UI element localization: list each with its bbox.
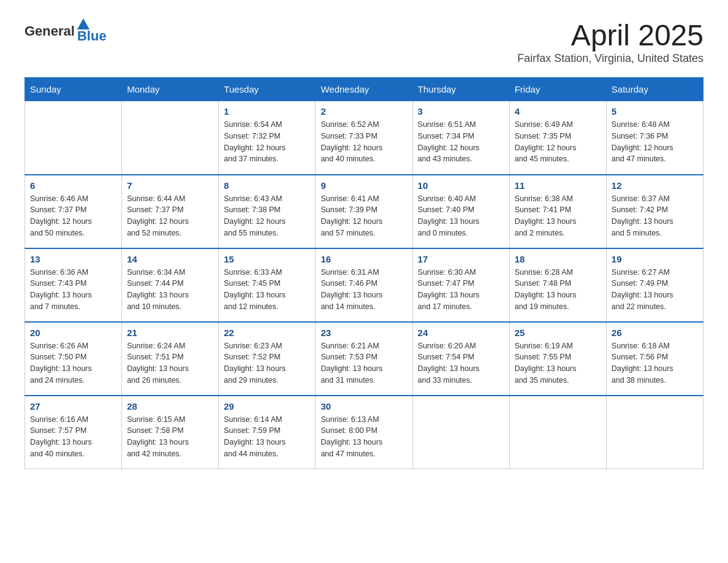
calendar-cell: 5Sunrise: 6:48 AMSunset: 7:36 PMDaylight…: [606, 101, 703, 175]
day-info: Sunrise: 6:23 AMSunset: 7:52 PMDaylight:…: [224, 340, 310, 386]
day-number: 30: [320, 401, 407, 412]
day-number: 6: [30, 180, 116, 191]
logo-general: General: [25, 23, 75, 39]
day-number: 4: [515, 106, 601, 117]
day-info: Sunrise: 6:30 AMSunset: 7:47 PMDaylight:…: [418, 267, 504, 313]
calendar-cell: [606, 396, 703, 469]
day-number: 26: [612, 327, 698, 338]
day-info: Sunrise: 6:16 AMSunset: 7:57 PMDaylight:…: [30, 414, 116, 460]
calendar-cell: 25Sunrise: 6:19 AMSunset: 7:55 PMDayligh…: [509, 322, 606, 396]
day-number: 10: [418, 180, 504, 191]
day-number: 2: [320, 106, 407, 117]
logo: General Blue: [25, 18, 107, 44]
col-header-friday: Friday: [509, 78, 606, 101]
day-info: Sunrise: 6:24 AMSunset: 7:51 PMDaylight:…: [127, 340, 213, 386]
day-number: 3: [418, 106, 504, 117]
day-number: 1: [224, 106, 310, 117]
day-info: Sunrise: 6:40 AMSunset: 7:40 PMDaylight:…: [418, 193, 504, 239]
day-info: Sunrise: 6:27 AMSunset: 7:49 PMDaylight:…: [612, 267, 698, 313]
col-header-monday: Monday: [122, 78, 219, 101]
calendar-cell: 18Sunrise: 6:28 AMSunset: 7:48 PMDayligh…: [509, 248, 606, 322]
calendar-cell: 20Sunrise: 6:26 AMSunset: 7:50 PMDayligh…: [25, 322, 122, 396]
day-number: 16: [320, 254, 407, 264]
col-header-tuesday: Tuesday: [219, 78, 316, 101]
calendar-cell: 8Sunrise: 6:43 AMSunset: 7:38 PMDaylight…: [219, 175, 316, 248]
day-info: Sunrise: 6:46 AMSunset: 7:37 PMDaylight:…: [30, 193, 116, 239]
day-info: Sunrise: 6:33 AMSunset: 7:45 PMDaylight:…: [224, 267, 310, 313]
calendar-cell: 3Sunrise: 6:51 AMSunset: 7:34 PMDaylight…: [412, 101, 509, 175]
calendar-cell: 4Sunrise: 6:49 AMSunset: 7:35 PMDaylight…: [509, 101, 606, 175]
day-number: 18: [515, 254, 601, 264]
day-info: Sunrise: 6:49 AMSunset: 7:35 PMDaylight:…: [515, 119, 601, 165]
calendar-cell: 14Sunrise: 6:34 AMSunset: 7:44 PMDayligh…: [122, 248, 219, 322]
day-number: 5: [612, 106, 698, 117]
day-number: 28: [127, 401, 213, 412]
day-info: Sunrise: 6:38 AMSunset: 7:41 PMDaylight:…: [515, 193, 601, 239]
day-info: Sunrise: 6:37 AMSunset: 7:42 PMDaylight:…: [612, 193, 698, 239]
calendar-cell: 11Sunrise: 6:38 AMSunset: 7:41 PMDayligh…: [509, 175, 606, 248]
calendar-cell: 19Sunrise: 6:27 AMSunset: 7:49 PMDayligh…: [606, 248, 703, 322]
day-number: 24: [418, 327, 504, 338]
day-info: Sunrise: 6:15 AMSunset: 7:58 PMDaylight:…: [127, 414, 213, 460]
calendar-cell: [509, 396, 606, 469]
calendar-cell: 1Sunrise: 6:54 AMSunset: 7:32 PMDaylight…: [219, 101, 316, 175]
day-number: 17: [418, 254, 504, 264]
day-number: 21: [127, 327, 213, 338]
calendar-cell: 28Sunrise: 6:15 AMSunset: 7:58 PMDayligh…: [122, 396, 219, 469]
col-header-saturday: Saturday: [606, 78, 703, 101]
calendar-cell: 21Sunrise: 6:24 AMSunset: 7:51 PMDayligh…: [122, 322, 219, 396]
calendar-cell: 27Sunrise: 6:16 AMSunset: 7:57 PMDayligh…: [25, 396, 122, 469]
day-number: 7: [127, 180, 213, 191]
day-info: Sunrise: 6:41 AMSunset: 7:39 PMDaylight:…: [320, 193, 407, 239]
calendar-cell: 2Sunrise: 6:52 AMSunset: 7:33 PMDaylight…: [316, 101, 412, 175]
logo-blue: Blue: [77, 28, 107, 44]
calendar-cell: 30Sunrise: 6:13 AMSunset: 8:00 PMDayligh…: [316, 396, 412, 469]
day-info: Sunrise: 6:21 AMSunset: 7:53 PMDaylight:…: [320, 340, 407, 386]
day-info: Sunrise: 6:20 AMSunset: 7:54 PMDaylight:…: [418, 340, 504, 386]
calendar-cell: 16Sunrise: 6:31 AMSunset: 7:46 PMDayligh…: [316, 248, 412, 322]
calendar-cell: [412, 396, 509, 469]
day-info: Sunrise: 6:43 AMSunset: 7:38 PMDaylight:…: [224, 193, 310, 239]
calendar-cell: 12Sunrise: 6:37 AMSunset: 7:42 PMDayligh…: [606, 175, 703, 248]
calendar-cell: 22Sunrise: 6:23 AMSunset: 7:52 PMDayligh…: [219, 322, 316, 396]
calendar-cell: 15Sunrise: 6:33 AMSunset: 7:45 PMDayligh…: [219, 248, 316, 322]
day-info: Sunrise: 6:31 AMSunset: 7:46 PMDaylight:…: [320, 267, 407, 313]
calendar-cell: 9Sunrise: 6:41 AMSunset: 7:39 PMDaylight…: [316, 175, 412, 248]
col-header-thursday: Thursday: [412, 78, 509, 101]
day-number: 19: [612, 254, 698, 264]
day-number: 15: [224, 254, 310, 264]
day-info: Sunrise: 6:54 AMSunset: 7:32 PMDaylight:…: [224, 119, 310, 165]
calendar-cell: 17Sunrise: 6:30 AMSunset: 7:47 PMDayligh…: [412, 248, 509, 322]
day-info: Sunrise: 6:26 AMSunset: 7:50 PMDaylight:…: [30, 340, 116, 386]
day-info: Sunrise: 6:14 AMSunset: 7:59 PMDaylight:…: [224, 414, 310, 460]
calendar-cell: 13Sunrise: 6:36 AMSunset: 7:43 PMDayligh…: [25, 248, 122, 322]
calendar-cell: [25, 101, 122, 175]
day-number: 12: [612, 180, 698, 191]
day-number: 22: [224, 327, 310, 338]
calendar-cell: 24Sunrise: 6:20 AMSunset: 7:54 PMDayligh…: [412, 322, 509, 396]
col-header-sunday: Sunday: [25, 78, 122, 101]
calendar-cell: [122, 101, 219, 175]
day-info: Sunrise: 6:28 AMSunset: 7:48 PMDaylight:…: [515, 267, 601, 313]
day-info: Sunrise: 6:51 AMSunset: 7:34 PMDaylight:…: [418, 119, 504, 165]
calendar-table: SundayMondayTuesdayWednesdayThursdayFrid…: [25, 77, 703, 469]
col-header-wednesday: Wednesday: [316, 78, 412, 101]
day-info: Sunrise: 6:48 AMSunset: 7:36 PMDaylight:…: [612, 119, 698, 165]
calendar-cell: 6Sunrise: 6:46 AMSunset: 7:37 PMDaylight…: [25, 175, 122, 248]
day-info: Sunrise: 6:13 AMSunset: 8:00 PMDaylight:…: [320, 414, 407, 460]
day-info: Sunrise: 6:18 AMSunset: 7:56 PMDaylight:…: [612, 340, 698, 386]
calendar-cell: 26Sunrise: 6:18 AMSunset: 7:56 PMDayligh…: [606, 322, 703, 396]
day-number: 13: [30, 254, 116, 264]
title-block: April 2025 Fairfax Station, Virginia, Un…: [517, 18, 703, 65]
day-number: 20: [30, 327, 116, 338]
day-info: Sunrise: 6:36 AMSunset: 7:43 PMDaylight:…: [30, 267, 116, 313]
day-info: Sunrise: 6:34 AMSunset: 7:44 PMDaylight:…: [127, 267, 213, 313]
day-info: Sunrise: 6:44 AMSunset: 7:37 PMDaylight:…: [127, 193, 213, 239]
calendar-cell: 29Sunrise: 6:14 AMSunset: 7:59 PMDayligh…: [219, 396, 316, 469]
day-number: 8: [224, 180, 310, 191]
page-subtitle: Fairfax Station, Virginia, United States: [517, 52, 703, 65]
calendar-cell: 23Sunrise: 6:21 AMSunset: 7:53 PMDayligh…: [316, 322, 412, 396]
page-header: General Blue April 2025 Fairfax Station,…: [25, 18, 703, 65]
day-number: 23: [320, 327, 407, 338]
day-info: Sunrise: 6:19 AMSunset: 7:55 PMDaylight:…: [515, 340, 601, 386]
